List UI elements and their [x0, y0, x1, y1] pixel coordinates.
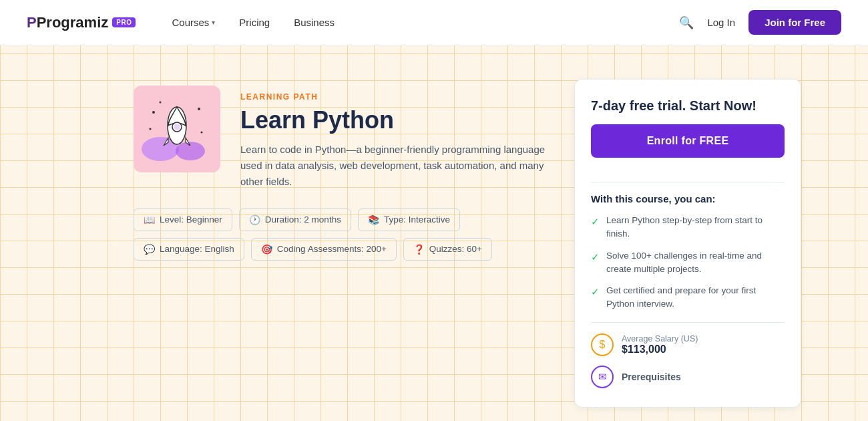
divider-1 — [591, 182, 785, 182]
question-icon: ❓ — [413, 244, 425, 255]
divider-2 — [591, 322, 785, 323]
content-left: LEARNING PATH Learn Python Learn to code… — [134, 86, 548, 408]
courses-nav-item[interactable]: Courses ▾ — [162, 11, 224, 33]
clock-icon: 🕐 — [249, 215, 260, 225]
tag-duration: 🕐 Duration: 2 months — [239, 208, 351, 231]
pro-badge: PRO — [112, 17, 136, 27]
navbar: PProgramiz PRO Courses ▾ Pricing Busines… — [0, 0, 868, 45]
svg-point-4 — [174, 124, 180, 130]
salary-row: $ Average Salary (US) $113,000 — [591, 333, 785, 356]
main-content: LEARNING PATH Learn Python Learn to code… — [0, 45, 868, 421]
login-button[interactable]: Log In — [707, 17, 735, 28]
prerequisites-label: Prerequisites — [622, 372, 681, 382]
benefit-item-3: ✓ Get certified and prepare for your fir… — [591, 284, 785, 311]
benefit-list: ✓ Learn Python step-by-step from start t… — [591, 214, 785, 311]
tag-language: 💬 Language: English — [134, 238, 244, 261]
sidebar-card: 7-day free trial. Start Now! Enroll for … — [574, 79, 801, 408]
tag-level: 📖 Level: Beginner — [134, 208, 232, 231]
salary-amount: $113,000 — [622, 343, 698, 356]
course-info: LEARNING PATH Learn Python Learn to code… — [240, 86, 548, 190]
benefit-item-2: ✓ Solve 100+ challenges in real-time and… — [591, 249, 785, 277]
check-icon-1: ✓ — [591, 215, 600, 230]
svg-point-7 — [150, 128, 152, 130]
trial-text: 7-day free trial. Start Now! — [591, 98, 785, 114]
logo[interactable]: PProgramiz PRO — [27, 14, 136, 31]
salary-icon: $ — [591, 333, 614, 356]
course-description: Learn to code in Python—a beginner-frien… — [240, 142, 548, 190]
svg-point-5 — [152, 111, 155, 114]
nav-right: 🔍 Log In Join for Free — [679, 10, 841, 35]
tag-assessments: 🎯 Coding Assessments: 200+ — [251, 238, 397, 261]
courses-chevron-icon: ▾ — [212, 19, 215, 26]
salary-info: Average Salary (US) $113,000 — [622, 334, 698, 356]
book-icon: 📖 — [144, 215, 155, 225]
svg-point-6 — [198, 108, 200, 110]
pricing-nav-item[interactable]: Pricing — [230, 11, 279, 33]
chat-icon: 💬 — [144, 244, 155, 255]
salary-label: Average Salary (US) — [622, 334, 698, 343]
nav-links: Courses ▾ Pricing Business — [162, 11, 679, 33]
course-title: Learn Python — [240, 107, 548, 134]
enroll-button[interactable]: Enroll for FREE — [591, 124, 785, 158]
target-icon: 🎯 — [261, 244, 272, 255]
svg-point-1 — [176, 142, 205, 160]
prerequisites-row: ✉ Prerequisites — [591, 366, 785, 388]
business-nav-item[interactable]: Business — [284, 11, 344, 33]
logo-text: PProgramiz — [27, 14, 108, 31]
course-thumbnail — [134, 86, 220, 172]
search-icon[interactable]: 🔍 — [679, 15, 694, 30]
tags-container: 📖 Level: Beginner 🕐 Duration: 2 months 📚… — [134, 208, 548, 261]
tag-quizzes: ❓ Quizzes: 60+ — [403, 238, 492, 261]
layers-icon: 📚 — [368, 215, 379, 225]
check-icon-3: ✓ — [591, 285, 600, 300]
svg-point-8 — [201, 132, 203, 134]
learning-path-label: LEARNING PATH — [240, 92, 548, 102]
join-button[interactable]: Join for Free — [748, 10, 841, 35]
check-icon-2: ✓ — [591, 250, 600, 265]
with-course-title: With this course, you can: — [591, 193, 785, 204]
svg-point-9 — [160, 102, 162, 104]
prerequisites-icon: ✉ — [591, 366, 614, 388]
benefit-item-1: ✓ Learn Python step-by-step from start t… — [591, 214, 785, 241]
course-header: LEARNING PATH Learn Python Learn to code… — [134, 86, 548, 190]
tag-type: 📚 Type: Interactive — [358, 208, 460, 231]
